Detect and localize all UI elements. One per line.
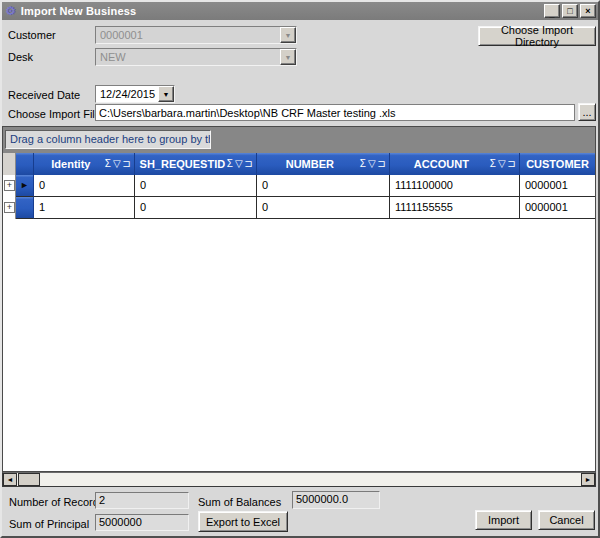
row-indicator-cell: ► <box>16 175 34 197</box>
cell-number[interactable]: 0 <box>257 197 390 219</box>
desk-combobox[interactable]: NEW ▼ <box>95 48 297 66</box>
pin-icon[interactable]: ⊐ <box>245 159 253 169</box>
sum-of-balances-label: Sum of Balances <box>198 496 281 508</box>
column-header-sh-requestid[interactable]: SH_REQUESTID Σ ▽ ⊐ <box>135 153 257 175</box>
sum-of-principal-label: Sum of Principal <box>9 518 89 530</box>
number-of-records-value: 2 <box>95 492 189 509</box>
pin-icon[interactable]: ⊐ <box>508 159 516 169</box>
scrollbar-thumb[interactable] <box>18 473 40 486</box>
close-icon: × <box>585 7 590 15</box>
pin-icon[interactable]: ⊐ <box>123 159 131 169</box>
close-button[interactable]: × <box>580 4 596 18</box>
row-tree-cell: + <box>3 175 16 197</box>
window-title: Import New Business <box>21 5 137 17</box>
cell-account[interactable]: 1111100000 <box>390 175 520 197</box>
chevron-down-icon: ▼ <box>163 91 170 98</box>
sum-icon[interactable]: Σ <box>227 159 233 169</box>
column-header-customer[interactable]: CUSTOMER <box>520 153 595 175</box>
cancel-button[interactable]: Cancel <box>538 510 595 530</box>
filter-icon[interactable]: ▽ <box>368 159 376 169</box>
pin-icon[interactable]: ⊐ <box>378 159 386 169</box>
number-of-records-label: Number of Records <box>9 496 104 508</box>
desk-dropdown-button[interactable]: ▼ <box>280 49 296 65</box>
row-indicator-header <box>16 153 34 175</box>
title-bar[interactable]: ⚙ Import New Business _ □ × <box>2 2 598 20</box>
column-header-number[interactable]: NUMBER Σ ▽ ⊐ <box>257 153 390 175</box>
horizontal-scrollbar[interactable]: ◄ ► <box>2 472 596 487</box>
maximize-button[interactable]: □ <box>562 4 578 18</box>
scroll-left-button[interactable]: ◄ <box>3 473 17 486</box>
cell-identity[interactable]: 0 <box>34 175 135 197</box>
browse-file-button[interactable]: ... <box>578 103 596 121</box>
sum-icon[interactable]: Σ <box>360 159 366 169</box>
minimize-button[interactable]: _ <box>544 4 560 18</box>
tree-column-header <box>3 153 16 175</box>
chevron-down-icon: ▼ <box>285 54 292 61</box>
desk-value: NEW <box>95 48 297 66</box>
cell-number[interactable]: 0 <box>257 175 390 197</box>
received-date-picker[interactable]: 12/24/2015 ▼ <box>95 85 175 103</box>
current-row-icon: ► <box>20 181 29 190</box>
import-new-business-window: ⚙ Import New Business _ □ × Customer 000… <box>0 0 600 538</box>
table-row[interactable]: + ► 0 0 0 1111100000 0000001 <box>3 175 595 197</box>
window-controls: _ □ × <box>544 4 596 18</box>
cell-sh-requestid[interactable]: 0 <box>135 175 257 197</box>
minimize-icon: _ <box>549 10 554 18</box>
cell-sh-requestid[interactable]: 0 <box>135 197 257 219</box>
cell-identity[interactable]: 1 <box>34 197 135 219</box>
received-date-label: Received Date <box>8 89 80 101</box>
scroll-right-icon: ► <box>585 476 592 483</box>
filter-icon[interactable]: ▽ <box>498 159 506 169</box>
desk-label: Desk <box>8 51 33 63</box>
row-indicator-cell <box>16 197 34 219</box>
choose-import-file-label: Choose Import File <box>8 108 101 120</box>
row-tree-cell: + <box>3 197 16 219</box>
customer-combobox[interactable]: 0000001 ▼ <box>95 26 297 44</box>
expand-icon[interactable]: + <box>4 202 15 213</box>
export-to-excel-button[interactable]: Export to Excel <box>198 511 288 532</box>
customer-label: Customer <box>8 29 56 41</box>
group-by-band[interactable]: Drag a column header here to group by th… <box>3 127 595 153</box>
sum-icon[interactable]: Σ <box>105 159 111 169</box>
choose-import-directory-button[interactable]: Choose Import Directory <box>478 26 596 46</box>
cell-customer[interactable]: 0000001 <box>520 197 595 219</box>
table-row[interactable]: + 1 0 0 1111155555 0000001 <box>3 197 595 219</box>
received-date-dropdown-button[interactable]: ▼ <box>158 86 174 102</box>
import-file-input[interactable] <box>95 104 575 121</box>
filter-icon[interactable]: ▽ <box>235 159 243 169</box>
group-by-hint: Drag a column header here to group by th… <box>5 130 211 149</box>
import-button[interactable]: Import <box>475 510 532 530</box>
scroll-right-button[interactable]: ► <box>581 473 595 486</box>
column-header-identity[interactable]: Identity Σ ▽ ⊐ <box>34 153 135 175</box>
import-records-grid: Drag a column header here to group by th… <box>2 126 596 472</box>
grid-header-row: Identity Σ ▽ ⊐ SH_REQUESTID Σ ▽ ⊐ NUMBER <box>3 153 595 175</box>
scroll-left-icon: ◄ <box>7 476 14 483</box>
filter-icon[interactable]: ▽ <box>113 159 121 169</box>
customer-value: 0000001 <box>95 26 297 44</box>
customer-dropdown-button[interactable]: ▼ <box>280 27 296 43</box>
maximize-icon: □ <box>567 7 572 15</box>
chevron-down-icon: ▼ <box>285 32 292 39</box>
sum-of-balances-value: 5000000.0 <box>292 491 380 509</box>
gears-icon: ⚙ <box>5 5 16 17</box>
column-header-account[interactable]: ACCOUNT Σ ▽ ⊐ <box>390 153 520 175</box>
cell-account[interactable]: 1111155555 <box>390 197 520 219</box>
sum-icon[interactable]: Σ <box>490 159 496 169</box>
sum-of-principal-value: 5000000 <box>95 514 189 531</box>
cell-customer[interactable]: 0000001 <box>520 175 595 197</box>
expand-icon[interactable]: + <box>4 180 15 191</box>
